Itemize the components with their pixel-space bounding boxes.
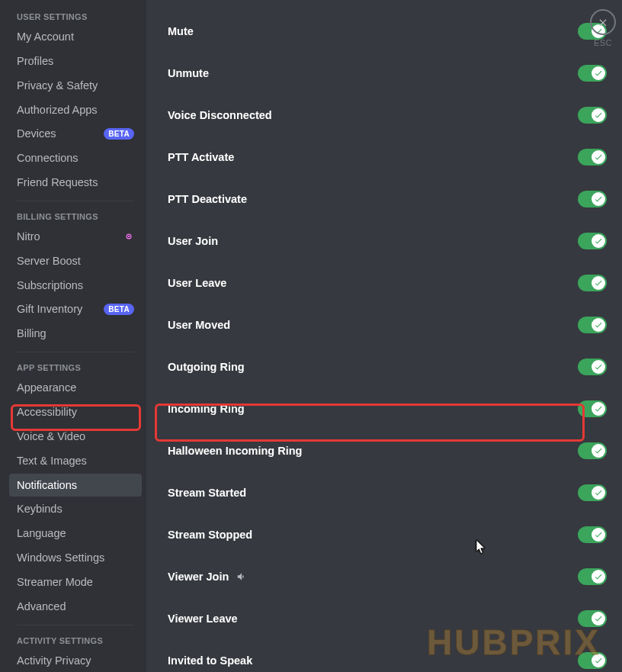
- section-header: APP SETTINGS: [9, 359, 142, 375]
- sidebar-item-label: Voice & Video: [17, 429, 85, 444]
- sidebar-item-language[interactable]: Language: [9, 522, 142, 545]
- toggle-knob: [592, 612, 605, 625]
- sidebar-item-appearance[interactable]: Appearance: [9, 376, 142, 400]
- sidebar-item-authorized-apps[interactable]: Authorized Apps: [9, 98, 142, 122]
- sidebar-item-connections[interactable]: Connections: [9, 146, 142, 170]
- sidebar-item-label: Billing: [17, 326, 46, 341]
- sidebar-item-notifications[interactable]: Notifications: [9, 474, 142, 497]
- toggle-ptt-deactivate[interactable]: [578, 191, 607, 207]
- sidebar-item-server-boost[interactable]: Server Boost: [9, 249, 142, 273]
- check-icon: [594, 656, 603, 665]
- sidebar-item-label: Appearance: [17, 381, 76, 395]
- sidebar-item-label: Language: [17, 526, 66, 541]
- sidebar-item-label: Authorized Apps: [17, 103, 98, 117]
- beta-badge: BETA: [104, 128, 134, 140]
- sidebar-item-subscriptions[interactable]: Subscriptions: [9, 274, 142, 297]
- sidebar-item-label: Connections: [17, 151, 79, 166]
- toggle-viewer-leave[interactable]: [578, 610, 607, 627]
- check-icon: [594, 278, 603, 288]
- setting-label: Stream Started: [168, 487, 246, 499]
- sidebar-item-label: Windows Settings: [17, 551, 104, 565]
- setting-row-user-join: User Join: [168, 219, 607, 261]
- toggle-stream-stopped[interactable]: [578, 526, 607, 543]
- svg-point-1: [128, 236, 130, 237]
- toggle-knob: [592, 528, 605, 542]
- setting-label: Viewer Leave: [168, 613, 238, 625]
- toggle-knob: [592, 66, 605, 80]
- sidebar-item-devices[interactable]: DevicesBETA: [9, 122, 142, 146]
- toggle-halloween-incoming-ring[interactable]: [578, 442, 607, 459]
- close-button[interactable]: [590, 9, 616, 35]
- setting-label-text: Mute: [168, 25, 194, 37]
- sidebar-item-privacy-safety[interactable]: Privacy & Safety: [9, 74, 142, 98]
- toggle-knob: [592, 402, 605, 416]
- toggle-unmute[interactable]: [578, 65, 607, 82]
- sidebar-item-label: Keybinds: [17, 502, 63, 516]
- setting-label-text: Outgoing Ring: [168, 361, 245, 373]
- toggle-knob: [592, 318, 605, 332]
- setting-row-halloween-incoming-ring: Halloween Incoming Ring: [168, 429, 607, 471]
- sidebar-item-text-images[interactable]: Text & Images: [9, 449, 142, 473]
- toggle-knob: [592, 444, 605, 458]
- separator: [17, 201, 134, 201]
- section-header: BILLING SETTINGS: [9, 207, 142, 224]
- sidebar-item-label: Privacy & Safety: [17, 79, 98, 93]
- sidebar-item-windows-settings[interactable]: Windows Settings: [9, 546, 142, 570]
- sidebar-item-friend-requests[interactable]: Friend Requests: [9, 171, 142, 195]
- setting-label-text: PTT Activate: [168, 151, 234, 163]
- esc-label: ESC: [594, 38, 612, 47]
- setting-label-text: Halloween Incoming Ring: [168, 445, 302, 457]
- sidebar-item-profiles[interactable]: Profiles: [9, 50, 142, 73]
- settings-sidebar: USER SETTINGSMy AccountProfilesPrivacy &…: [0, 0, 146, 672]
- setting-label: User Moved: [168, 319, 230, 331]
- setting-label-text: User Moved: [168, 319, 230, 331]
- setting-label: Outgoing Ring: [168, 361, 245, 373]
- check-icon: [594, 69, 603, 78]
- check-icon: [594, 614, 603, 623]
- check-icon: [594, 572, 603, 581]
- setting-label-text: Stream Stopped: [168, 529, 252, 541]
- toggle-user-join[interactable]: [578, 233, 607, 249]
- setting-label: PTT Deactivate: [168, 193, 247, 205]
- setting-label: PTT Activate: [168, 151, 234, 163]
- toggle-outgoing-ring[interactable]: [578, 359, 607, 375]
- toggle-voice-disconnected[interactable]: [578, 107, 607, 124]
- setting-row-stream-started: Stream Started: [168, 471, 607, 513]
- sidebar-item-label: Profiles: [17, 54, 53, 69]
- sidebar-item-keybinds[interactable]: Keybinds: [9, 497, 142, 521]
- toggle-user-leave[interactable]: [578, 275, 607, 291]
- toggle-stream-started[interactable]: [578, 484, 607, 501]
- sidebar-item-advanced[interactable]: Advanced: [9, 595, 142, 619]
- sidebar-item-my-account[interactable]: My Account: [9, 25, 142, 49]
- sidebar-item-label: Advanced: [17, 600, 66, 614]
- sidebar-item-streamer-mode[interactable]: Streamer Mode: [9, 571, 142, 594]
- sidebar-item-label: Accessibility: [17, 405, 77, 420]
- setting-row-viewer-join: Viewer Join: [168, 555, 607, 596]
- setting-label: Invited to Speak: [168, 654, 252, 667]
- sidebar-item-accessibility[interactable]: Accessibility: [9, 400, 142, 424]
- sidebar-item-label: Friend Requests: [17, 175, 98, 190]
- section-header: ACTIVITY SETTINGS: [9, 632, 142, 648]
- toggle-invited-to-speak[interactable]: [578, 652, 607, 669]
- setting-label-text: User Join: [168, 235, 218, 247]
- sidebar-item-nitro[interactable]: Nitro: [9, 225, 142, 249]
- close-area: ESC: [590, 9, 616, 47]
- check-icon: [594, 320, 603, 330]
- toggle-incoming-ring[interactable]: [578, 400, 607, 417]
- check-icon: [594, 404, 603, 413]
- toggle-ptt-activate[interactable]: [578, 149, 607, 166]
- toggle-knob: [592, 654, 605, 667]
- sidebar-item-gift-inventory[interactable]: Gift InventoryBETA: [9, 297, 142, 321]
- setting-row-outgoing-ring: Outgoing Ring: [168, 345, 607, 387]
- setting-row-voice-disconnected: Voice Disconnected: [168, 93, 607, 135]
- sidebar-item-activity-privacy[interactable]: Activity Privacy: [9, 649, 142, 672]
- sound-preview-icon[interactable]: [236, 571, 247, 582]
- sidebar-item-voice-video[interactable]: Voice & Video: [9, 425, 142, 449]
- toggle-viewer-join[interactable]: [578, 568, 607, 585]
- sidebar-item-label: Nitro: [17, 230, 40, 244]
- toggle-user-moved[interactable]: [578, 317, 607, 333]
- setting-label-text: Stream Started: [168, 487, 246, 499]
- separator: [17, 352, 134, 352]
- toggle-knob: [592, 108, 605, 122]
- sidebar-item-billing[interactable]: Billing: [9, 322, 142, 346]
